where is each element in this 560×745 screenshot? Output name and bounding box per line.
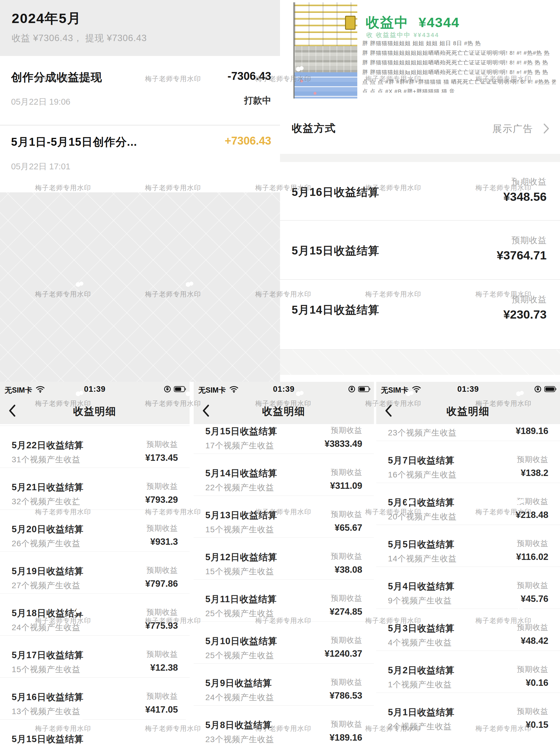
row-videos: 25个视频产生收益 [205, 650, 274, 661]
row-amount: ¥189.16 [516, 426, 548, 436]
earnings-row: 5月12日收益结算15个视频产生收益预期收益¥38.08 [194, 538, 374, 579]
glitch-text-line: 胖 胖猫猫猫姐姐姐姐姐姐晒晒殆死死亡亡证证证明明!明! 8! #! #热#热 热 [362, 48, 556, 58]
method-label: 收益方式 [292, 121, 336, 135]
glitch-text-block: 胖 胖猫猫猫姐姐姐 姐姐 姐姐 姐日 8日 #热 热胖 胖猫猫猫姐姐姐姐姐姐晒晒… [362, 38, 556, 93]
row-videos: 24个视频产生收益 [205, 692, 274, 703]
row-videos: 9个视频产生收益 [388, 595, 452, 606]
month-ledger-panel: 2024年5月 收益 ¥7306.43， 提现 ¥7306.43 创作分成收益提… [0, 0, 280, 382]
settlement-label: 预期收益 [511, 235, 547, 246]
earnings-row: 5月20日收益结算26个视频产生收益预期收益¥931.3 [0, 510, 190, 551]
status-time: 01:39 [194, 385, 374, 394]
row-videos: 15个视频产生收益 [205, 524, 274, 535]
glitch-text-line: 胖 胖猫猫猫姐姐姐 姐姐 姐姐 姐日 8日 #热 热 [362, 38, 556, 48]
row-label: 预期收益 [517, 706, 548, 716]
transaction-title: 5月1日-5月15日创作分... [11, 135, 137, 150]
row-videos: 2个视频产生收益 [388, 721, 452, 732]
row-amount: ¥793.29 [145, 495, 178, 505]
transaction-row-withdraw[interactable]: 创作分成收益提现 05月22日 19:06 -7306.43 打款中 [11, 70, 271, 114]
row-label: 预期收益 [147, 439, 178, 449]
earnings-row: 5月14日收益结算22个视频产生收益预期收益¥311.09 [194, 454, 374, 495]
row-label: 预期收益 [331, 677, 362, 687]
phone-screenshot-left: 无SIM卡 01:39 收益明细 5月22日收益结算31个视频产生收益预期收益¥… [0, 382, 190, 745]
row-videos: 32个视频产生收益 [12, 496, 81, 507]
status-bar: 无SIM卡 01:39 [194, 382, 374, 397]
row-date: 5月18日收益结算 [12, 607, 84, 619]
divider [0, 125, 280, 126]
settlement-title: 5月16日收益结算 [292, 185, 379, 200]
row-amount: ¥0.15 [526, 720, 548, 730]
row-videos: 26个视频产生收益 [12, 538, 81, 549]
transaction-date: 05月22日 19:06 [11, 96, 70, 108]
row-date: 5月4日收益结算 [388, 580, 455, 592]
row-videos: 27个视频产生收益 [12, 580, 81, 591]
row-videos: 20个视频产生收益 [388, 511, 457, 522]
row-amount: ¥12.38 [150, 662, 178, 673]
row-videos: 16个视频产生收益 [388, 469, 457, 480]
month-summary: 收益 ¥7306.43， 提现 ¥7306.43 [12, 32, 147, 44]
row-date: 5月13日收益结算 [205, 509, 277, 521]
settlement-row: 预期收益 5月14日收益结算 ¥230.73 [280, 280, 560, 350]
row-amount: ¥38.08 [335, 564, 362, 575]
transaction-date: 05月22日 17:01 [11, 161, 70, 172]
row-label: 预期收益 [331, 425, 362, 435]
transaction-row-income[interactable]: 5月1日-5月15日创作分... 05月22日 17:01 +7306.43 [11, 135, 271, 179]
settlement-amount: ¥3764.71 [497, 249, 547, 262]
settlement-title: 5月14日收益结算 [292, 302, 379, 317]
row-date: 5月10日收益结算 [205, 635, 277, 647]
transaction-status: 打款中 [244, 94, 271, 107]
glitch-text-line: 胖 胖猫猫猫姐姐姐姐姐姐晒晒殆死死亡亡证证证明明!明! 8! #! #热 热 热 [362, 67, 556, 77]
earnings-row: 5月11日收益结算25个视频产生收益预期收益¥274.85 [194, 579, 374, 621]
row-date: 5月21日收益结算 [12, 481, 84, 493]
status-time: 01:39 [376, 385, 560, 394]
row-amount: ¥417.05 [145, 705, 178, 715]
row-label: 预期收益 [331, 593, 362, 603]
rotation-lock-icon [534, 385, 541, 393]
rotation-lock-icon [348, 385, 355, 393]
row-amount: ¥786.53 [330, 690, 362, 701]
row-videos: 31个视频产生收益 [12, 454, 81, 465]
row-videos: 17个视频产生收益 [205, 440, 274, 451]
battery-icon [174, 386, 186, 392]
status-time: 01:39 [0, 385, 190, 394]
transaction-amount: -7306.43 [227, 70, 271, 83]
row-label: 预期收益 [517, 664, 548, 675]
row-videos: 22个视频产生收益 [205, 482, 274, 493]
row-date: 5月16日收益结算 [12, 691, 84, 703]
battery-icon [544, 386, 557, 392]
section-separator [280, 350, 560, 375]
row-videos: 1个视频产生收益 [388, 679, 452, 690]
earnings-row: 5月6日收益结算20个视频产生收益预期收益¥218.48 [376, 483, 560, 525]
row-amount: ¥797.86 [145, 579, 178, 589]
earnings-row: 23个视频产生收益¥189.16 [376, 424, 560, 441]
row-label: 预期收益 [147, 691, 178, 701]
phone-screenshot-middle: 无SIM卡 01:39 收益明细 5月15日收益结算17个视频产生收益预期收益¥… [194, 382, 374, 745]
row-videos: 13个视频产生收益 [12, 706, 81, 717]
row-label: 预期收益 [517, 454, 548, 464]
row-date: 5月5日收益结算 [388, 538, 455, 551]
row-date: 5月2日收益结算 [388, 664, 455, 677]
row-label: 预期收益 [147, 607, 178, 617]
row-amount: ¥173.45 [145, 453, 178, 463]
earnings-row: 5月22日收益结算31个视频产生收益预期收益¥173.45 [0, 426, 190, 467]
earnings-row: 5月4日收益结算9个视频产生收益预期收益¥45.76 [376, 566, 560, 609]
row-videos: 14个视频产生收益 [388, 553, 457, 564]
row-date: 5月1日收益结算 [388, 706, 455, 718]
page-title: 收益明细 [376, 404, 560, 418]
row-amount: ¥775.93 [145, 620, 178, 631]
row-amount: ¥3833.49 [324, 439, 362, 449]
status-bar: 无SIM卡 01:39 [0, 382, 190, 397]
glitch-yellow-button [345, 16, 355, 30]
settlement-amount: ¥348.56 [503, 190, 547, 204]
earnings-row: 5月21日收益结算32个视频产生收益预期收益¥793.29 [0, 467, 190, 510]
earnings-row: 5月3日收益结算4个视频产生收益预期收益¥48.42 [376, 609, 560, 651]
earning-method-row[interactable]: 收益方式 展示广告 [280, 113, 560, 154]
row-label: 预期收益 [331, 467, 362, 478]
glitch-green-echo: 收 收益益中中 ¥¥4344 [366, 31, 439, 39]
month-title: 2024年5月 [12, 9, 82, 28]
row-label: 预期收益 [147, 523, 178, 533]
row-label: 预期收益 [147, 565, 178, 575]
row-date: 5月11日收益结算 [205, 593, 277, 605]
settlement-amount: ¥230.73 [503, 308, 547, 322]
pending-amount: ¥4344 [418, 14, 460, 30]
glitch-thumbnail-stack [294, 2, 357, 99]
